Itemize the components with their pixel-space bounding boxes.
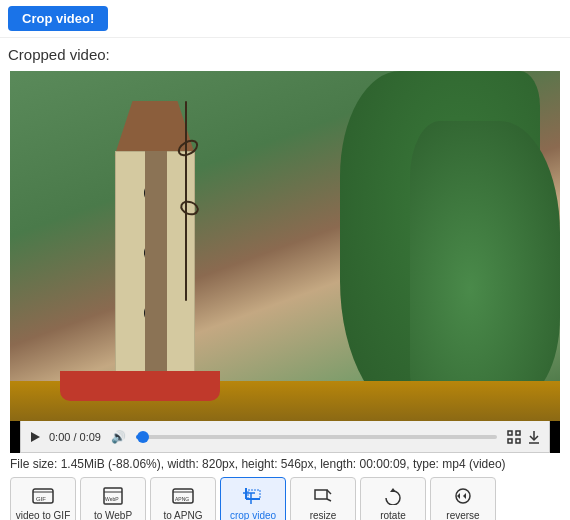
svg-rect-3 — [508, 439, 512, 443]
svg-rect-20 — [248, 490, 260, 499]
tool-label-video-to-gif: video to GIF — [16, 510, 70, 520]
video-container: 0:00 / 0:09 🔊 — [10, 71, 560, 453]
tool-icon-to-apng: APNG — [172, 487, 194, 508]
svg-marker-24 — [390, 488, 396, 492]
svg-line-23 — [327, 499, 331, 501]
fullscreen-button[interactable] — [507, 430, 521, 444]
tool-btn-rotate[interactable]: rotate — [360, 477, 426, 520]
progress-thumb — [137, 431, 149, 443]
play-button[interactable] — [29, 430, 43, 444]
svg-text:WebP: WebP — [105, 496, 119, 502]
progress-bar[interactable] — [136, 435, 497, 439]
tool-label-resize: resize — [310, 510, 337, 520]
svg-rect-4 — [516, 439, 520, 443]
svg-marker-0 — [31, 432, 40, 442]
tool-btn-to-webp[interactable]: WebP to WebP — [80, 477, 146, 520]
vine-decoration — [185, 101, 187, 301]
tool-btn-to-apng[interactable]: APNG to APNG — [150, 477, 216, 520]
tool-label-to-apng: to APNG — [164, 510, 203, 520]
svg-rect-2 — [516, 431, 520, 435]
svg-rect-21 — [315, 490, 327, 499]
svg-text:APNG: APNG — [175, 496, 189, 502]
download-button[interactable] — [527, 430, 541, 444]
tool-btn-crop-video[interactable]: crop video — [220, 477, 286, 520]
top-bar: Crop video! — [0, 0, 570, 38]
tool-label-reverse: reverse — [446, 510, 479, 520]
svg-text:GIF: GIF — [36, 496, 46, 502]
tool-icon-resize — [312, 487, 334, 508]
pot — [60, 371, 220, 401]
svg-marker-27 — [463, 493, 466, 499]
tool-icon-crop-video — [242, 487, 264, 508]
cropped-video-label: Cropped video: — [0, 38, 570, 67]
tool-btn-resize[interactable]: resize — [290, 477, 356, 520]
svg-rect-1 — [508, 431, 512, 435]
video-preview — [10, 71, 560, 421]
tool-icon-video-to-gif: GIF — [32, 487, 54, 508]
video-controls: 0:00 / 0:09 🔊 — [20, 421, 550, 453]
tool-label-rotate: rotate — [380, 510, 406, 520]
tool-icon-reverse — [452, 487, 474, 508]
toolbar: GIF video to GIF WebP to WebP APNG to AP… — [10, 477, 560, 520]
tool-btn-reverse[interactable]: reverse — [430, 477, 496, 520]
tool-btn-video-to-gif[interactable]: GIF video to GIF — [10, 477, 76, 520]
tool-icon-rotate — [382, 487, 404, 508]
tool-label-crop-video: crop video — [230, 510, 276, 520]
crop-video-button[interactable]: Crop video! — [8, 6, 108, 31]
tool-label-to-webp: to WebP — [94, 510, 132, 520]
svg-marker-26 — [457, 493, 460, 499]
tool-icon-to-webp: WebP — [102, 487, 124, 508]
foliage-bg2 — [410, 121, 560, 401]
file-info: File size: 1.45MiB (-88.06%), width: 820… — [10, 457, 560, 471]
